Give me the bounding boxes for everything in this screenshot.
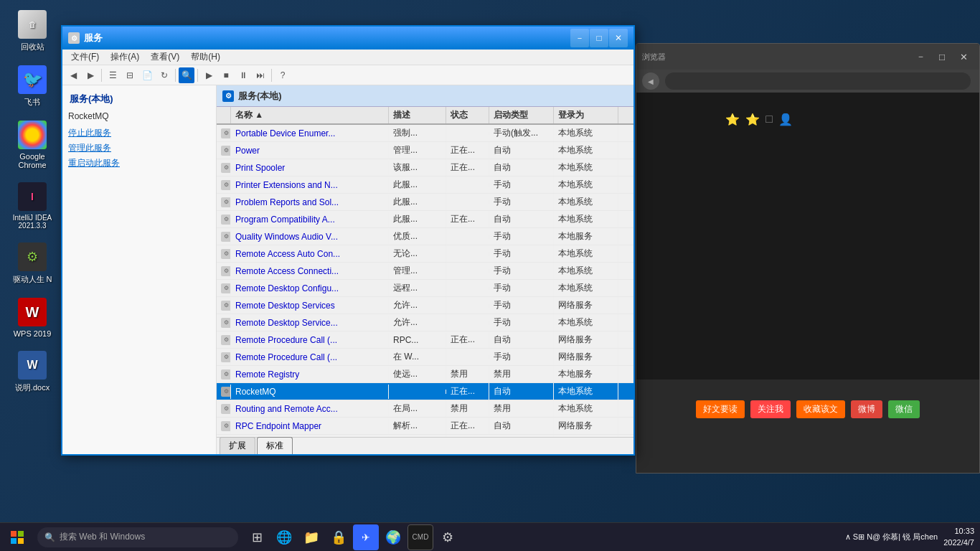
service-startup: 手动 xyxy=(489,297,554,314)
close-button[interactable]: ✕ xyxy=(609,29,628,47)
taskbar-search[interactable]: 🔍 搜索 Web 和 Windows xyxy=(37,527,238,547)
toolbar-pause[interactable]: ⏸ xyxy=(235,67,251,83)
toolbar-forward[interactable]: ▶ xyxy=(83,67,98,83)
idea-label: IntelliJ IDEA 2021.3.3 xyxy=(13,214,52,230)
minimize-button[interactable]: － xyxy=(570,29,589,47)
th-startup[interactable]: 启动类型 xyxy=(489,107,554,123)
btn-hao[interactable]: 好文要读 xyxy=(696,400,745,418)
chrome-icon[interactable]: Google Chrome xyxy=(7,118,57,172)
desktop: 🗑 回收站 🐦 飞书 Google Chrome I IntelliJ IDEA… xyxy=(0,0,980,551)
tab-standard[interactable]: 标准 xyxy=(257,437,293,454)
right-panel: ⚙ 服务(本地) 名称 ▲ 描述 状态 启动类型 登录为 ⚙ xyxy=(217,85,633,454)
table-row[interactable]: ⚙ Print Spooler 该服... 正在... 自动 本地系统 xyxy=(217,159,633,176)
btn-wx[interactable]: 微信 xyxy=(888,400,920,418)
maximize-button[interactable]: □ xyxy=(590,29,608,47)
service-login: 本地系统 xyxy=(554,194,618,210)
taskbar-feishu-button[interactable]: ✈ xyxy=(353,524,379,550)
menu-file[interactable]: 文件(F) xyxy=(65,50,105,65)
btn-weibo[interactable]: 微博 xyxy=(851,400,882,418)
table-row[interactable]: ⚙ RPC Endpoint Mapper 解析... 正在... 自动 网络服… xyxy=(217,418,633,435)
service-name: Print Spooler xyxy=(231,161,389,175)
browser-minimize-button[interactable]: － xyxy=(910,47,930,67)
service-status: 禁用 xyxy=(446,400,489,417)
menu-view[interactable]: 查看(V) xyxy=(145,50,185,65)
table-row[interactable]: ⚙ Remote Desktop Services 允许... 手动 网络服务 xyxy=(217,297,633,314)
toolbar-stop[interactable]: ■ xyxy=(218,67,234,83)
service-name: Remote Access Connecti... xyxy=(231,264,389,278)
left-panel-service-name: RocketMQ xyxy=(68,111,210,121)
stop-service-link[interactable]: 停止此服务 xyxy=(68,127,210,139)
clock-date: 2022/4/7 xyxy=(943,537,974,548)
table-row[interactable]: ⚙ Remote Desktop Service... 允许... 手动 本地系… xyxy=(217,314,633,331)
table-row[interactable]: ⚙ Printer Extensions and N... 此服... 手动 本… xyxy=(217,176,633,194)
service-status xyxy=(446,252,489,256)
table-row[interactable]: ⚙ Power 管理... 正在... 自动 本地系统 xyxy=(217,142,633,159)
toolbar-back[interactable]: ◀ xyxy=(65,67,81,83)
service-startup-rocketmq: 自动 xyxy=(489,383,554,400)
taskbar-settings-button[interactable]: ⚙ xyxy=(435,524,461,550)
table-row[interactable]: ⚙ Quality Windows Audio V... 优质... 手动 本地… xyxy=(217,228,633,245)
toolbar-play[interactable]: ▶ xyxy=(201,67,217,83)
table-row[interactable]: ⚙ Remote Procedure Call (... RPC... 正在..… xyxy=(217,331,633,349)
wps-icon[interactable]: W WPS 2019 xyxy=(7,295,57,341)
service-desc: 无论... xyxy=(389,245,446,262)
table-row[interactable]: ⚙ Remote Procedure Call (... 在 W... 手动 网… xyxy=(217,349,633,366)
table-row[interactable]: ⚙ Problem Reports and Sol... 此服... 手动 本地… xyxy=(217,194,633,211)
browser-close-button[interactable]: ✕ xyxy=(953,47,974,67)
feishu-icon[interactable]: 🐦 飞书 xyxy=(7,62,57,110)
main-content: 服务(本地) RocketMQ 停止此服务 管理此服务 重启动此服务 ⚙ 服务(… xyxy=(62,85,633,454)
doc-icon[interactable]: W 说明.docx xyxy=(7,348,57,396)
taskbar-security-button[interactable]: 🔒 xyxy=(326,524,352,550)
service-status: 正在... xyxy=(446,142,489,159)
toolbar-restart[interactable]: ⏭ xyxy=(253,67,268,83)
idea-icon[interactable]: I IntelliJ IDEA 2021.3.3 xyxy=(7,179,57,232)
service-name: Remote Registry xyxy=(231,367,389,382)
table-row[interactable]: ⚙ Remote Desktop Configu... 远程... 手动 本地系… xyxy=(217,280,633,297)
taskbar-edge-button[interactable]: 🌐 xyxy=(271,524,297,550)
toolbar-view-detail[interactable]: ⊟ xyxy=(122,67,138,83)
toolbar-view-list[interactable]: ☰ xyxy=(105,67,121,83)
table-row[interactable]: ⚙ Remote Access Connecti... 管理... 手动 本地系… xyxy=(217,263,633,280)
th-login[interactable]: 登录为 xyxy=(554,107,618,123)
taskbar-view-button[interactable]: ⊞ xyxy=(244,524,270,550)
table-row-rocketmq[interactable]: ⚙ RocketMQ 正在... 自动 本地系统 xyxy=(217,383,633,400)
service-startup: 手动(触发... xyxy=(489,125,554,141)
toolbar-refresh[interactable]: ↻ xyxy=(156,67,172,83)
toolbar-search[interactable]: 🔍 xyxy=(179,67,194,83)
th-status[interactable]: 状态 xyxy=(446,107,489,123)
browser-maximize-button[interactable]: □ xyxy=(932,47,952,67)
table-row[interactable]: ⚙ Routing and Remote Acc... 在局... 禁用 禁用 … xyxy=(217,400,633,418)
recycle-bin-icon[interactable]: 🗑 回收站 xyxy=(7,7,57,55)
taskbar-tray: ∧ S⊞ N@ 你慕| 锐 局chen 10:33 2022/4/7 xyxy=(845,526,980,548)
toolbar-properties[interactable]: 📄 xyxy=(139,67,155,83)
browser-titlebar: 浏览器 － □ ✕ xyxy=(636,44,979,70)
restart-service-link[interactable]: 重启动此服务 xyxy=(68,157,210,169)
toolbar-help[interactable]: ? xyxy=(275,67,291,83)
menu-help[interactable]: 帮助(H) xyxy=(185,50,226,65)
btn-save[interactable]: 收藏该文 xyxy=(796,400,845,418)
doc-img: W xyxy=(18,351,47,380)
table-row[interactable]: ⚙ Remote Registry 使远... 禁用 禁用 本地服务 xyxy=(217,366,633,383)
taskbar-explorer-button[interactable]: 📁 xyxy=(298,524,324,550)
recycle-bin-img: 🗑 xyxy=(18,10,47,39)
tab-extended[interactable]: 扩展 xyxy=(220,437,255,454)
services-table[interactable]: 名称 ▲ 描述 状态 启动类型 登录为 ⚙ Portable Device En… xyxy=(217,107,633,437)
service-startup: 手动 xyxy=(489,228,554,245)
taskbar-chrome-button[interactable]: 🌍 xyxy=(380,524,406,550)
table-row[interactable]: ⚙ Program Compatibility A... 此服... 正在...… xyxy=(217,211,633,228)
browser-back-button[interactable]: ◀ xyxy=(642,72,659,90)
menu-action[interactable]: 操作(A) xyxy=(105,50,145,65)
service-desc: 远程... xyxy=(389,280,446,296)
manage-service-link[interactable]: 管理此服务 xyxy=(68,142,210,154)
browser-address-bar[interactable] xyxy=(665,72,971,90)
btn-follow[interactable]: 关注我 xyxy=(750,400,791,418)
driver-icon[interactable]: ⚙ 驱动人生 N xyxy=(7,240,57,288)
th-desc[interactable]: 描述 xyxy=(389,107,446,123)
service-icon: ⚙ xyxy=(221,232,231,242)
table-row[interactable]: ⚙ Portable Device Enumer... 强制... 手动(触发.… xyxy=(217,125,633,142)
th-name[interactable]: 名称 ▲ xyxy=(231,107,389,123)
start-button[interactable] xyxy=(0,523,34,552)
window-controls: － □ ✕ xyxy=(570,29,628,47)
table-row[interactable]: ⚙ Remote Access Auto Con... 无论... 手动 本地系… xyxy=(217,245,633,263)
taskbar-cmd-button[interactable]: CMD xyxy=(407,524,433,550)
